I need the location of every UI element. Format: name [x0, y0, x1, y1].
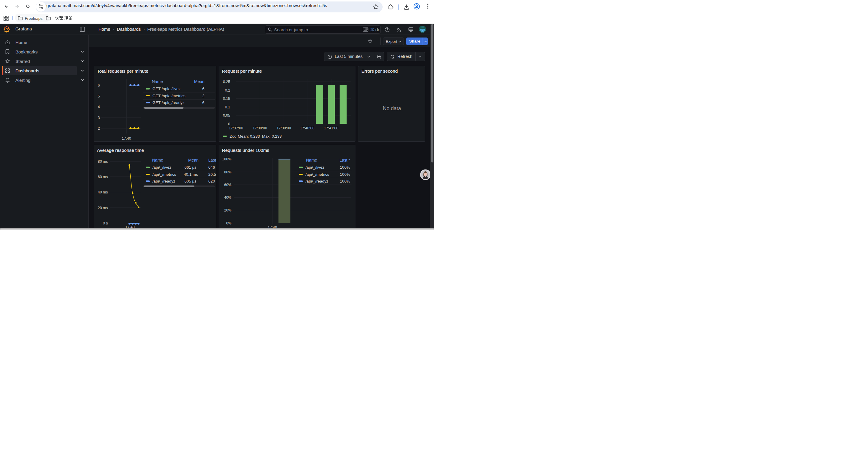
- svg-text:17:39:00: 17:39:00: [277, 126, 291, 130]
- svg-text:5: 5: [98, 94, 100, 98]
- svg-text:2: 2: [98, 126, 100, 131]
- svg-text:80%: 80%: [224, 170, 231, 174]
- svg-text:17:40:00: 17:40:00: [300, 126, 314, 130]
- svg-text:17:41:00: 17:41:00: [324, 126, 339, 130]
- svg-text:60 ms: 60 ms: [98, 175, 108, 179]
- svg-text:20%: 20%: [224, 208, 231, 212]
- svg-text:0.05: 0.05: [223, 113, 230, 118]
- svg-text:17:38:00: 17:38:00: [253, 126, 267, 130]
- svg-text:0: 0: [228, 122, 230, 126]
- svg-text:17:37:00: 17:37:00: [229, 126, 243, 130]
- svg-text:60%: 60%: [224, 183, 231, 187]
- svg-text:0.25: 0.25: [223, 80, 230, 84]
- svg-text:4: 4: [98, 105, 100, 109]
- svg-text:0.1: 0.1: [225, 105, 230, 109]
- svg-text:0%: 0%: [226, 221, 231, 225]
- svg-text:3: 3: [98, 116, 100, 120]
- svg-text:20 ms: 20 ms: [98, 206, 108, 210]
- svg-text:100%: 100%: [222, 157, 231, 161]
- svg-text:80 ms: 80 ms: [98, 160, 108, 164]
- svg-text:0 s: 0 s: [103, 221, 108, 225]
- svg-text:40%: 40%: [224, 196, 231, 200]
- svg-text:40 ms: 40 ms: [98, 190, 108, 194]
- svg-text:17:40: 17:40: [122, 136, 131, 140]
- svg-text:0.15: 0.15: [223, 97, 230, 101]
- svg-text:6: 6: [98, 83, 100, 88]
- svg-text:0.2: 0.2: [225, 88, 230, 93]
